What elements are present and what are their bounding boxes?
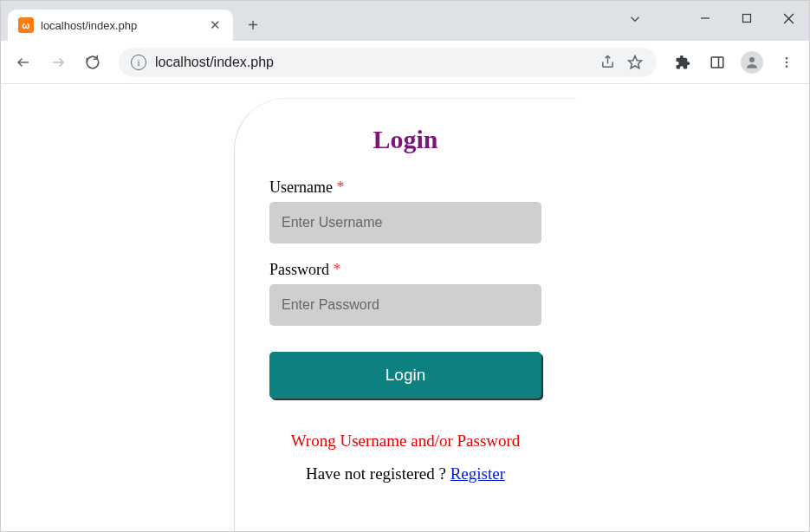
sidepanel-icon[interactable] — [703, 49, 731, 76]
svg-point-13 — [786, 65, 788, 68]
browser-toolbar: i localhost/index.php — [1, 41, 809, 84]
svg-point-10 — [749, 57, 755, 62]
required-mark: * — [336, 178, 344, 196]
username-input[interactable] — [269, 202, 541, 243]
register-prompt: Have not registered ? Register — [269, 464, 541, 483]
svg-rect-1 — [743, 15, 751, 23]
password-label-text: Password — [269, 261, 329, 278]
xampp-favicon-icon: ω — [18, 17, 34, 33]
password-label: Password * — [269, 261, 541, 279]
login-card: Login Username * Password * Login Wrong … — [234, 98, 576, 532]
forward-button[interactable] — [44, 49, 72, 76]
profile-avatar[interactable] — [738, 49, 766, 76]
maximize-button[interactable] — [726, 1, 768, 36]
tab-search-icon[interactable] — [627, 11, 643, 30]
extensions-icon[interactable] — [669, 49, 697, 76]
share-icon[interactable] — [598, 55, 617, 69]
page-content: Login Username * Password * Login Wrong … — [1, 84, 809, 532]
svg-point-12 — [786, 61, 788, 63]
username-label: Username * — [269, 178, 541, 197]
svg-point-11 — [786, 57, 788, 60]
minimize-button[interactable] — [684, 1, 726, 36]
svg-rect-8 — [711, 57, 723, 68]
register-link[interactable]: Register — [450, 464, 505, 483]
avatar-icon — [741, 51, 763, 74]
tab-title: localhost/index.php — [41, 19, 200, 32]
login-button[interactable]: Login — [269, 352, 541, 399]
register-prompt-text: Have not registered ? — [306, 464, 450, 483]
close-window-button[interactable] — [768, 1, 809, 36]
page-title: Login — [269, 125, 541, 154]
close-tab-button[interactable]: ✕ — [207, 17, 223, 33]
browser-tab[interactable]: ω localhost/index.php ✕ — [8, 10, 233, 41]
url-text: localhost/index.php — [155, 55, 589, 70]
username-label-text: Username — [269, 178, 333, 196]
required-mark: * — [334, 261, 341, 278]
tab-strip: ω localhost/index.php ✕ + — [1, 1, 809, 41]
error-message: Wrong Username and/or Password — [269, 431, 541, 451]
window-controls — [684, 1, 809, 36]
address-bar[interactable]: i localhost/index.php — [119, 48, 657, 77]
site-info-icon[interactable]: i — [131, 55, 146, 70]
back-button[interactable] — [10, 49, 37, 76]
bookmark-star-icon[interactable] — [625, 55, 645, 70]
reload-button[interactable] — [79, 49, 107, 76]
password-input[interactable] — [269, 284, 541, 326]
svg-marker-7 — [629, 55, 642, 68]
new-tab-button[interactable]: + — [240, 12, 266, 38]
menu-button[interactable] — [773, 49, 800, 76]
